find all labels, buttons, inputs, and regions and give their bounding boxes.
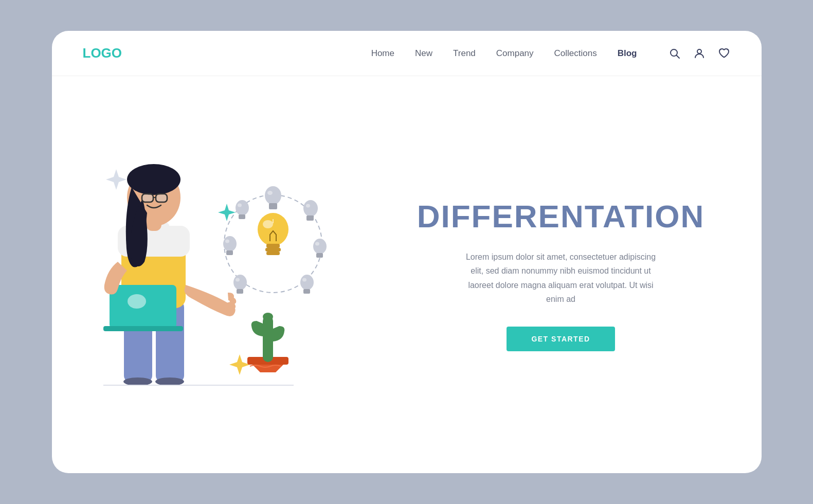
svg-rect-16 [142,194,153,202]
svg-rect-35 [316,253,323,258]
svg-point-46 [238,204,242,207]
heart-icon[interactable] [717,47,731,60]
svg-rect-32 [306,215,314,221]
main-content: DIFFERENTATION Lorem ipsum dolor sit ame… [52,76,762,473]
svg-point-2 [697,49,701,53]
svg-point-45 [236,200,249,215]
svg-rect-49 [263,316,273,362]
illustration [73,110,360,439]
nav-blog[interactable]: Blog [618,48,637,58]
right-content: DIFFERENTATION Lorem ipsum dolor sit ame… [360,198,762,351]
svg-line-1 [676,55,679,58]
svg-point-6 [155,377,184,386]
svg-rect-10 [110,285,176,329]
nav-collections[interactable]: Collections [554,48,597,58]
user-icon[interactable] [693,47,706,60]
svg-rect-25 [266,251,280,255]
svg-point-28 [267,191,273,195]
svg-rect-41 [237,289,243,294]
svg-rect-47 [239,214,245,219]
svg-rect-38 [303,289,310,294]
navbar: LOGO Home New Trend Company Collections … [52,31,762,76]
svg-point-31 [306,204,310,208]
nav-trend[interactable]: Trend [453,48,476,58]
svg-point-39 [233,275,247,290]
nav-links: Home New Trend Company Collections Blog [371,48,637,59]
svg-point-5 [123,377,152,386]
svg-rect-29 [269,203,277,209]
logo[interactable]: LOGO [83,45,122,61]
svg-point-37 [302,278,306,282]
svg-rect-24 [265,248,281,251]
svg-point-30 [303,200,318,217]
svg-point-50 [263,313,273,321]
svg-point-40 [236,278,240,282]
svg-point-15 [127,164,180,195]
description: Lorem ipsum dolor sit amet, consectetuer… [463,250,659,306]
svg-point-34 [315,242,319,246]
svg-point-36 [300,275,314,290]
svg-point-43 [225,240,229,243]
nav-new[interactable]: New [415,48,432,58]
cta-button[interactable]: GET STARTED [507,327,615,351]
svg-point-21 [258,213,288,246]
svg-point-27 [265,186,281,205]
svg-rect-17 [156,194,167,202]
nav-company[interactable]: Company [496,48,534,58]
svg-point-33 [313,239,327,254]
nav-icons [668,47,731,60]
svg-point-11 [128,294,146,309]
search-icon[interactable] [668,47,681,60]
main-card: LOGO Home New Trend Company Collections … [52,31,762,473]
svg-rect-44 [226,250,233,255]
svg-rect-12 [103,326,183,331]
svg-rect-23 [266,244,280,248]
svg-point-22 [263,220,273,228]
svg-point-42 [223,236,237,251]
nav-home[interactable]: Home [371,48,394,58]
headline: DIFFERENTATION [417,198,705,235]
